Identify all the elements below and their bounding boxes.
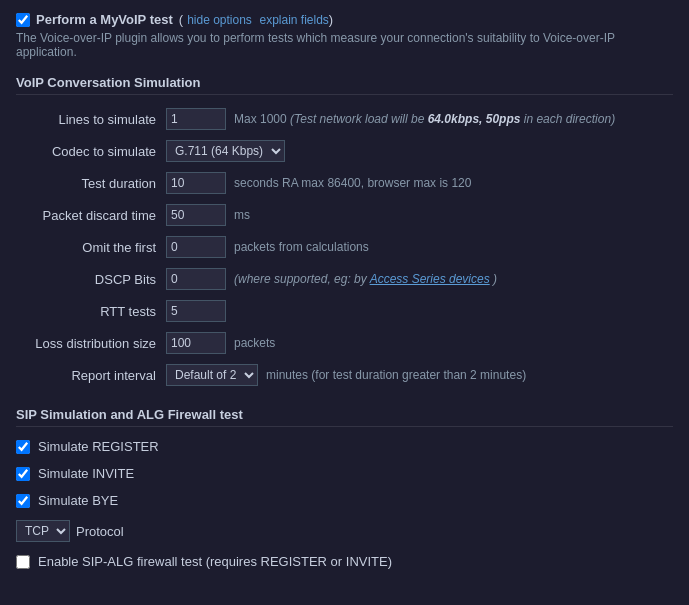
simulate-invite-checkbox[interactable]: [16, 467, 30, 481]
loss-label: Loss distribution size: [16, 336, 166, 351]
rtt-label: RTT tests: [16, 304, 166, 319]
voip-section-title: VoIP Conversation Simulation: [16, 75, 673, 95]
voip-section: VoIP Conversation Simulation Lines to si…: [16, 75, 673, 387]
loss-row: Loss distribution size packets: [16, 331, 673, 355]
report-row: Report interval Default of 2 minutes (fo…: [16, 363, 673, 387]
lines-note: Max 1000 (Test network load will be 64.0…: [234, 112, 615, 126]
loss-unit: packets: [234, 336, 275, 350]
codec-label: Codec to simulate: [16, 144, 166, 159]
rtt-input[interactable]: [166, 300, 226, 322]
codec-select[interactable]: G.711 (64 Kbps): [166, 140, 285, 162]
simulate-register-label: Simulate REGISTER: [38, 439, 159, 454]
discard-row: Packet discard time ms: [16, 203, 673, 227]
header-links: (hide options explain fields): [179, 12, 333, 27]
duration-input[interactable]: [166, 172, 226, 194]
perform-myvoip-label: Perform a MyVoIP test: [36, 12, 173, 27]
duration-note: seconds RA max 86400, browser max is 120: [234, 176, 471, 190]
alg-checkbox[interactable]: [16, 555, 30, 569]
protocol-select[interactable]: TCP: [16, 520, 70, 542]
simulate-invite-label: Simulate INVITE: [38, 466, 134, 481]
sip-section: SIP Simulation and ALG Firewall test Sim…: [16, 407, 673, 569]
description-text: The Voice-over-IP plugin allows you to p…: [16, 31, 673, 59]
duration-label: Test duration: [16, 176, 166, 191]
hide-options-link[interactable]: hide options: [187, 13, 252, 27]
access-series-link[interactable]: Access Series devices: [370, 272, 490, 286]
simulate-bye-checkbox[interactable]: [16, 494, 30, 508]
alg-row: Enable SIP-ALG firewall test (requires R…: [16, 554, 673, 569]
dscp-row: DSCP Bits (where supported, eg: by Acces…: [16, 267, 673, 291]
rtt-row: RTT tests: [16, 299, 673, 323]
dscp-input[interactable]: [166, 268, 226, 290]
simulate-register-row: Simulate REGISTER: [16, 439, 673, 454]
explain-fields-link[interactable]: explain fields: [259, 13, 328, 27]
report-select[interactable]: Default of 2: [166, 364, 258, 386]
codec-row: Codec to simulate G.711 (64 Kbps): [16, 139, 673, 163]
header-row: Perform a MyVoIP test (hide options expl…: [16, 12, 673, 27]
discard-label: Packet discard time: [16, 208, 166, 223]
report-note: minutes (for test duration greater than …: [266, 368, 526, 382]
sip-section-title: SIP Simulation and ALG Firewall test: [16, 407, 673, 427]
omit-input[interactable]: [166, 236, 226, 258]
lines-row: Lines to simulate Max 1000 (Test network…: [16, 107, 673, 131]
simulate-register-checkbox[interactable]: [16, 440, 30, 454]
report-label: Report interval: [16, 368, 166, 383]
omit-note: packets from calculations: [234, 240, 369, 254]
omit-label: Omit the first: [16, 240, 166, 255]
discard-unit: ms: [234, 208, 250, 222]
perform-myvoip-checkbox[interactable]: [16, 13, 30, 27]
alg-label: Enable SIP-ALG firewall test (requires R…: [38, 554, 392, 569]
simulate-bye-label: Simulate BYE: [38, 493, 118, 508]
discard-input[interactable]: [166, 204, 226, 226]
protocol-label: Protocol: [76, 524, 124, 539]
omit-row: Omit the first packets from calculations: [16, 235, 673, 259]
duration-row: Test duration seconds RA max 86400, brow…: [16, 171, 673, 195]
lines-input[interactable]: [166, 108, 226, 130]
loss-input[interactable]: [166, 332, 226, 354]
dscp-label: DSCP Bits: [16, 272, 166, 287]
dscp-note: (where supported, eg: by Access Series d…: [234, 272, 497, 286]
protocol-row: TCP Protocol: [16, 520, 673, 542]
lines-label: Lines to simulate: [16, 112, 166, 127]
simulate-bye-row: Simulate BYE: [16, 493, 673, 508]
simulate-invite-row: Simulate INVITE: [16, 466, 673, 481]
